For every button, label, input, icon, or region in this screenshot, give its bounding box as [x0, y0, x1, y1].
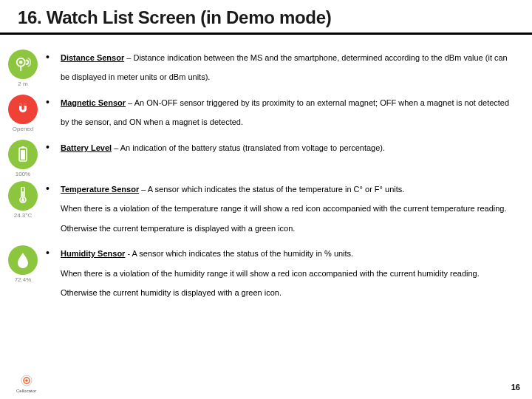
humidity-icon: [8, 245, 38, 275]
bullet: •: [46, 180, 61, 195]
svg-rect-7: [22, 191, 24, 200]
item-text: Humidity Sensor - A sensor which indicat…: [61, 244, 511, 308]
list-item: 100% • Battery Level – An indication of …: [0, 138, 511, 180]
item-text: Battery Level – An indication of the bat…: [61, 138, 511, 180]
list-item: 24.3°C • Temperature Sensor – A sensor w…: [0, 180, 511, 244]
term: Humidity Sensor: [61, 249, 125, 258]
desc: – Distance indication between the MS and…: [61, 53, 508, 81]
magnet-icon: [8, 95, 38, 124]
page-title: 16. Watch List Screen (in Demo mode): [18, 7, 532, 28]
brand-logo: Cellocator: [16, 375, 36, 393]
desc: – An ON-OFF sensor triggered by its prox…: [61, 98, 509, 126]
distance-icon: [8, 50, 38, 79]
desc: – A sensor which indicates the status of…: [139, 185, 404, 194]
icon-column: 24.3°C: [0, 180, 46, 219]
icon-caption: 72.4%: [15, 276, 32, 283]
content-area: 2 m • Distance Sensor – Distance indicat…: [0, 35, 532, 308]
svg-rect-5: [21, 150, 25, 160]
list-item: 72.4% • Humidity Sensor - A sensor which…: [0, 244, 511, 308]
term: Distance Sensor: [61, 53, 124, 62]
icon-column: 2 m: [0, 48, 46, 87]
bullet: •: [46, 48, 61, 64]
icon-column: 100%: [0, 138, 46, 177]
svg-point-10: [25, 379, 28, 382]
battery-icon: [8, 140, 38, 169]
title-bar: 16. Watch List Screen (in Demo mode): [0, 0, 532, 35]
desc: – An indication of the battery status (t…: [112, 143, 385, 152]
page-number: 16: [511, 383, 520, 392]
temperature-icon: [8, 181, 38, 211]
bullet: •: [46, 93, 61, 109]
svg-rect-2: [24, 103, 27, 106]
svg-point-0: [20, 61, 22, 64]
icon-caption: 24.3°C: [14, 212, 33, 219]
icon-column: Opened: [0, 93, 46, 132]
item-text: Distance Sensor – Distance indication be…: [61, 48, 511, 93]
item-text: Magnetic Sensor – An ON-OFF sensor trigg…: [61, 93, 511, 138]
icon-caption: 2 m: [18, 81, 27, 87]
extra: When there is a violation of the humidit…: [61, 269, 480, 297]
svg-rect-1: [19, 103, 21, 106]
term: Temperature Sensor: [61, 185, 139, 194]
list-item: 2 m • Distance Sensor – Distance indicat…: [0, 48, 511, 93]
bullet: •: [46, 138, 61, 154]
term: Battery Level: [61, 143, 112, 152]
extra: When there is a violation of the tempera…: [61, 204, 507, 232]
bullet: •: [46, 244, 61, 259]
item-text: Temperature Sensor – A sensor which indi…: [61, 180, 511, 244]
term: Magnetic Sensor: [61, 98, 126, 107]
desc: - A sensor which indicates the status of…: [125, 249, 353, 258]
icon-column: 72.4%: [0, 244, 46, 283]
list-item: Opened • Magnetic Sensor – An ON-OFF sen…: [0, 93, 511, 138]
icon-caption: Opened: [13, 126, 33, 132]
logo-text: Cellocator: [16, 389, 36, 393]
icon-caption: 100%: [16, 171, 30, 177]
